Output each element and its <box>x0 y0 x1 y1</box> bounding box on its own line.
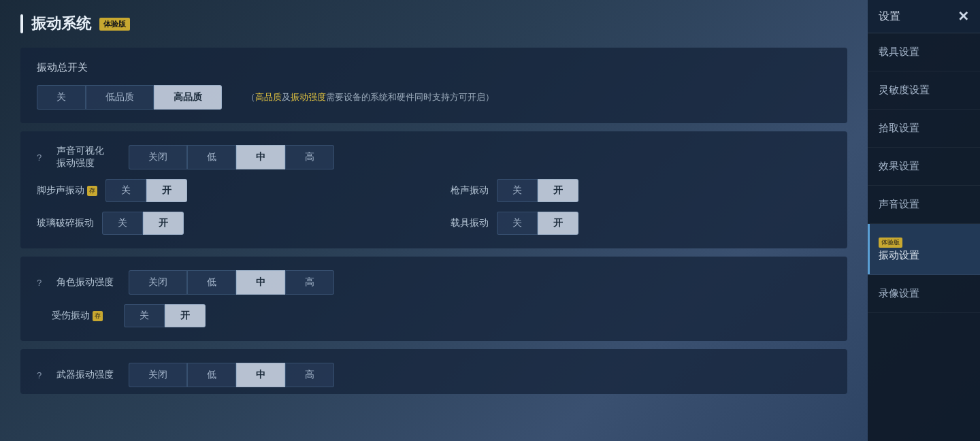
sidebar-item-sound-label: 声音设置 <box>879 198 919 210</box>
master-switch-label: 振动总开关 <box>37 61 831 74</box>
sidebar-item-vibration-label: 振动设置 <box>879 249 919 261</box>
sound-visual-row: ? 声音可视化振动强度 关闭 低 中 高 <box>37 145 831 169</box>
sidebar-item-sensitivity-label: 灵敏度设置 <box>879 84 930 95</box>
gunshot-label: 枪声振动 <box>434 184 489 197</box>
gunshot-setting: 枪声振动 关 开 <box>434 179 832 202</box>
sound-visual-section: ? 声音可视化振动强度 关闭 低 中 高 脚步声振动存 关 开 <box>20 131 847 248</box>
footstep-setting: 脚步声振动存 关 开 <box>37 179 434 202</box>
master-low-button[interactable]: 低品质 <box>86 85 154 110</box>
glass-break-label: 玻璃破碎振动 <box>37 217 94 229</box>
sidebar-item-effect-label: 效果设置 <box>879 160 919 172</box>
injury-vib-on-button[interactable]: 开 <box>165 304 206 327</box>
page-title-badge: 体验版 <box>99 18 130 31</box>
character-vibration-row: ? 角色振动强度 关闭 低 中 高 <box>37 270 831 295</box>
char-vib-high-button[interactable]: 高 <box>285 270 334 295</box>
title-bar-accent <box>20 14 23 33</box>
vehicle-vibration-label: 载具振动 <box>434 217 489 229</box>
main-content: 振动系统 体验版 振动总开关 关 低品质 高品质 （高品质及振动强度需要设备的系… <box>0 0 868 441</box>
footstep-toggle: 关 开 <box>105 179 187 202</box>
weapon-vibration-label: 武器振动强度 <box>56 369 118 381</box>
footstep-on-button[interactable]: 开 <box>146 179 187 202</box>
sidebar-item-vehicle[interactable]: 载具设置 <box>868 33 980 71</box>
footstep-save-badge: 存 <box>87 186 97 196</box>
char-vib-low-button[interactable]: 低 <box>187 270 236 295</box>
character-vibration-label: 角色振动强度 <box>56 276 118 289</box>
sidebar-item-recording[interactable]: 录像设置 <box>868 275 980 313</box>
footstep-off-button[interactable]: 关 <box>105 179 146 202</box>
highlight-high-quality: 高品质 <box>255 92 282 102</box>
wpn-vib-mid-button[interactable]: 中 <box>236 363 285 387</box>
weapon-vibration-question-icon[interactable]: ? <box>37 370 42 380</box>
wpn-vib-off-button[interactable]: 关闭 <box>129 363 187 387</box>
glass-break-setting: 玻璃破碎振动 关 开 <box>37 212 434 235</box>
glass-break-on-button[interactable]: 开 <box>143 212 184 235</box>
sound-visual-label: 声音可视化振动强度 <box>56 145 118 169</box>
sidebar-header: 设置 ✕ <box>868 0 980 33</box>
vehicle-vibration-setting: 载具振动 关 开 <box>434 212 832 235</box>
vibration-experimental-badge: 体验版 <box>879 238 902 248</box>
sidebar-item-recording-label: 录像设置 <box>879 287 919 299</box>
master-off-button[interactable]: 关 <box>37 85 86 110</box>
injury-vib-off-button[interactable]: 关 <box>124 304 165 327</box>
vehicle-vibration-on-button[interactable]: 开 <box>538 212 578 235</box>
sidebar-item-sensitivity[interactable]: 灵敏度设置 <box>868 71 980 110</box>
weapon-vibration-section: ? 武器振动强度 关闭 低 中 高 <box>20 349 847 394</box>
footstep-label: 脚步声振动存 <box>37 184 97 197</box>
page-title-row: 振动系统 体验版 <box>20 14 847 34</box>
glass-break-off-button[interactable]: 关 <box>102 212 143 235</box>
injury-vibration-label: 受伤振动存 <box>52 310 113 322</box>
character-vibration-toggle-group: 关闭 低 中 高 <box>129 270 334 295</box>
weapon-vibration-toggle-group: 关闭 低 中 高 <box>129 363 334 387</box>
master-switch-note: （高品质及振动强度需要设备的系统和硬件同时支持方可开启） <box>246 91 494 103</box>
sound-sub-settings: 脚步声振动存 关 开 枪声振动 关 开 玻璃破碎振动 关 <box>37 179 831 235</box>
sound-visual-mid-button[interactable]: 中 <box>236 145 285 169</box>
sound-visual-question-icon[interactable]: ? <box>37 152 42 163</box>
gunshot-toggle: 关 开 <box>497 179 578 202</box>
gunshot-off-button[interactable]: 关 <box>497 179 538 202</box>
sidebar-title: 设置 <box>879 10 900 24</box>
injury-vibration-toggle: 关 开 <box>124 304 206 327</box>
wpn-vib-low-button[interactable]: 低 <box>187 363 236 387</box>
sidebar-item-effect[interactable]: 效果设置 <box>868 148 980 186</box>
page-title: 振动系统 <box>31 14 91 34</box>
injury-vibration-row: 受伤振动存 关 开 <box>37 304 831 327</box>
master-switch-row: 关 低品质 高品质 （高品质及振动强度需要设备的系统和硬件同时支持方可开启） <box>37 85 831 110</box>
char-vib-off-button[interactable]: 关闭 <box>129 270 187 295</box>
character-vibration-question-icon[interactable]: ? <box>37 278 42 288</box>
character-vibration-section: ? 角色振动强度 关闭 低 中 高 受伤振动存 关 开 <box>20 257 847 341</box>
sidebar-item-vehicle-label: 载具设置 <box>879 46 919 57</box>
master-switch-section: 振动总开关 关 低品质 高品质 （高品质及振动强度需要设备的系统和硬件同时支持方… <box>20 48 847 123</box>
sidebar-item-pickup-label: 拾取设置 <box>879 122 919 133</box>
gunshot-on-button[interactable]: 开 <box>538 179 578 202</box>
close-button[interactable]: ✕ <box>958 8 969 24</box>
sound-visual-high-button[interactable]: 高 <box>285 145 334 169</box>
sound-visual-toggle-group: 关闭 低 中 高 <box>129 145 334 169</box>
weapon-vibration-row: ? 武器振动强度 关闭 低 中 高 <box>37 363 831 387</box>
sidebar-item-pickup[interactable]: 拾取设置 <box>868 110 980 148</box>
sidebar-item-sound[interactable]: 声音设置 <box>868 186 980 224</box>
vehicle-vibration-toggle: 关 开 <box>497 212 578 235</box>
master-switch-toggle-group: 关 低品质 高品质 <box>37 85 222 110</box>
master-high-button[interactable]: 高品质 <box>154 85 222 110</box>
sidebar: 设置 ✕ 载具设置 灵敏度设置 拾取设置 效果设置 声音设置 体验版 振动设置 … <box>868 0 980 441</box>
wpn-vib-high-button[interactable]: 高 <box>285 363 334 387</box>
sound-visual-off-button[interactable]: 关闭 <box>129 145 187 169</box>
vehicle-vibration-off-button[interactable]: 关 <box>497 212 538 235</box>
highlight-vibration-strength: 振动强度 <box>291 92 326 102</box>
glass-break-toggle: 关 开 <box>102 212 184 235</box>
sidebar-item-vibration[interactable]: 体验版 振动设置 <box>868 224 980 275</box>
sound-visual-low-button[interactable]: 低 <box>187 145 236 169</box>
injury-save-badge: 存 <box>93 311 103 321</box>
char-vib-mid-button[interactable]: 中 <box>236 270 285 295</box>
